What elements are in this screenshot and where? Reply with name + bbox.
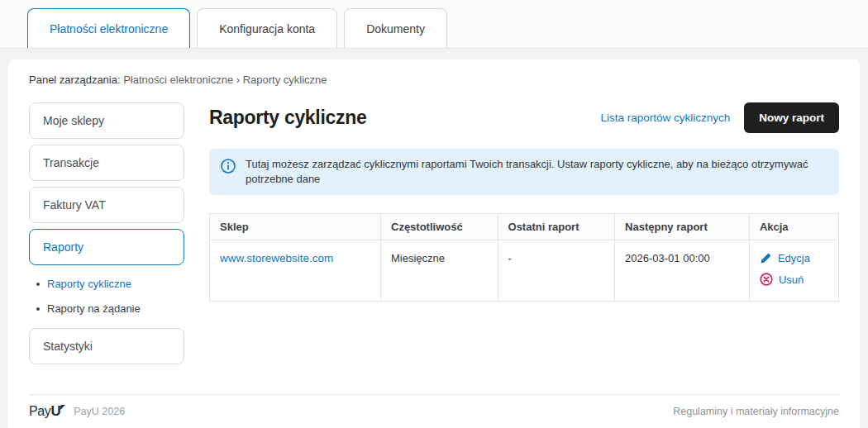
sidebar-sublist: Raporty cykliczne Raporty na żądanie: [29, 278, 184, 315]
shop-cell: www.storewebsite.com: [210, 240, 381, 302]
info-banner: Tutaj możesz zarządzać cyklicznymi rapor…: [209, 149, 839, 195]
breadcrumb-prefix: Panel zarządzania:: [29, 74, 121, 86]
last-report-cell: -: [498, 240, 615, 302]
top-tab-bar: Płatności elektroniczne Konfiguracja kon…: [0, 0, 868, 49]
panel-layout: Moje sklepy Transakcje Faktury VAT Rapor…: [29, 102, 839, 370]
list-reports-link[interactable]: Lista raportów cyklicznych: [600, 112, 730, 124]
tab-platnosci-elektroniczne[interactable]: Płatności elektroniczne: [27, 8, 190, 48]
bullet-icon: [36, 283, 40, 286]
tab-dokumenty[interactable]: Dokumenty: [344, 8, 447, 48]
tab-label: Konfiguracja konta: [219, 22, 315, 36]
table-header-row: Sklep Częstotliwość Ostatni raport Nastę…: [210, 214, 839, 240]
sidebar-subitem-raporty-cykliczne[interactable]: Raporty cykliczne: [36, 278, 184, 290]
col-header-ostatni-raport: Ostatni raport: [498, 214, 615, 240]
tab-konfiguracja-konta[interactable]: Konfiguracja konta: [197, 8, 337, 48]
footer: PayU PayU 2026 Regulaminy i materiały in…: [29, 394, 839, 428]
subitem-label: Raporty cykliczne: [47, 278, 131, 290]
footer-brand: PayU PayU 2026: [29, 403, 125, 420]
logo-text-pay: Pay: [29, 404, 50, 418]
col-header-akcja: Akcja: [749, 214, 838, 240]
edit-label: Edycja: [778, 253, 810, 264]
subitem-label: Raporty na żądanie: [47, 302, 141, 315]
pencil-icon: [760, 252, 772, 264]
shop-link[interactable]: www.storewebsite.com: [220, 252, 333, 264]
col-header-nastepny-raport: Następny raport: [615, 214, 750, 240]
copyright-text: PayU 2026: [74, 406, 125, 417]
reports-table: Sklep Częstotliwość Ostatni raport Nastę…: [209, 213, 839, 302]
sidebar-item-faktury-vat[interactable]: Faktury VAT: [29, 187, 184, 223]
bullet-icon: [36, 307, 40, 311]
delete-label: Usuń: [779, 274, 804, 285]
page-title: Raporty cykliczne: [209, 107, 366, 129]
info-text: Tutaj możesz zarządzać cyklicznymi rapor…: [246, 157, 827, 187]
payu-merchant-panel: Płatności elektroniczne Konfiguracja kon…: [0, 0, 868, 428]
col-header-sklep: Sklep: [210, 214, 381, 240]
tab-label: Dokumenty: [366, 22, 425, 36]
new-report-button[interactable]: Nowy raport: [744, 102, 839, 133]
col-header-czestotliwosc: Częstotliwość: [381, 214, 498, 240]
legal-link[interactable]: Regulaminy i materiały informacyjne: [673, 406, 839, 417]
next-report-cell: 2026-03-01 00:00: [615, 240, 750, 302]
sidebar-subitem-raporty-na-zadanie[interactable]: Raporty na żądanie: [36, 302, 184, 315]
breadcrumb: Panel zarządzania: Płatności elektronicz…: [29, 74, 839, 86]
sidebar-item-statystyki[interactable]: Statystyki: [29, 328, 184, 364]
sidebar-item-moje-sklepy[interactable]: Moje sklepy: [29, 102, 184, 139]
logo-spark-icon: [60, 398, 65, 412]
info-icon: [221, 159, 236, 174]
content-panel: Panel zarządzania: Płatności elektronicz…: [8, 59, 860, 428]
sidebar-item-raporty[interactable]: Raporty: [29, 229, 184, 265]
sidebar: Moje sklepy Transakcje Faktury VAT Rapor…: [29, 102, 184, 370]
main-content: Raporty cykliczne Lista raportów cyklicz…: [209, 102, 839, 370]
frequency-cell: Miesięczne: [381, 240, 498, 302]
actions-cell: Edycja Usuń: [749, 240, 838, 302]
circle-x-icon: [760, 273, 773, 286]
breadcrumb-path: Płatności elektroniczne › Raporty cyklic…: [123, 74, 327, 86]
edit-action[interactable]: Edycja: [760, 252, 828, 264]
main-header: Raporty cykliczne Lista raportów cyklicz…: [209, 102, 839, 133]
logo-text-u: U: [50, 403, 60, 419]
tab-label: Płatności elektroniczne: [50, 22, 168, 36]
delete-action[interactable]: Usuń: [760, 273, 828, 286]
table-row: www.storewebsite.com Miesięczne - 2026-0…: [210, 240, 839, 302]
sidebar-item-transakcje[interactable]: Transakcje: [29, 145, 184, 181]
payu-logo: PayU: [29, 403, 65, 420]
header-actions: Lista raportów cyklicznych Nowy raport: [600, 102, 839, 133]
